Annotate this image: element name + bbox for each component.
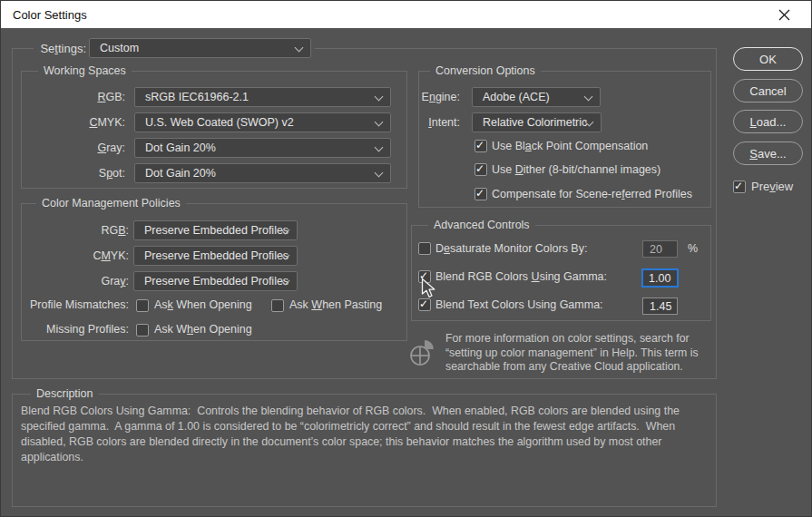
blend-rgb-gamma-label: Blend RGB Colors Using Gamma:: [435, 269, 607, 284]
blend-text-gamma-label: Blend Text Colors Using Gamma:: [435, 298, 603, 312]
gray-working-space-label: Gray:: [22, 138, 125, 158]
window-title: Color Settings: [13, 8, 87, 22]
conversion-options-title: Conversion Options: [430, 64, 541, 78]
ask-when-opening-missing-label: Ask When Opening: [154, 323, 252, 337]
conversion-options-group: Conversion Options Engine: Adobe (ACE) I…: [418, 71, 711, 208]
description-text: Blend RGB Colors Using Gamma: Controls t…: [21, 404, 710, 465]
settings-value: Custom: [100, 42, 139, 54]
percent-label: %: [688, 241, 698, 256]
engine-label: Engine:: [419, 87, 460, 107]
blend-text-gamma-checkbox[interactable]: ✓: [418, 298, 431, 311]
working-spaces-title: Working Spaces: [38, 64, 132, 78]
gray-policy-select[interactable]: Preserve Embedded Profiles: [133, 271, 298, 291]
ask-when-pasting-label: Ask When Pasting: [289, 298, 382, 312]
cmyk-working-space-label: CMYK:: [22, 112, 125, 132]
spot-working-space-label: Spot:: [22, 163, 125, 183]
color-settings-dialog: Color Settings Settings: Custom Working …: [0, 0, 812, 517]
profile-mismatches-label: Profile Mismatches:: [22, 298, 129, 312]
color-wheel-icon: [407, 337, 438, 368]
chevron-down-icon: [375, 118, 384, 127]
chevron-down-icon: [375, 143, 384, 152]
intent-label: Intent:: [419, 112, 460, 132]
color-management-policies-group: Color Management Policies RGB: Preserve …: [21, 203, 407, 341]
check-icon: ✓: [419, 298, 430, 309]
scene-referred-label: Compensate for Scene-referred Profiles: [492, 187, 692, 201]
blend-text-gamma-input[interactable]: 1.45: [642, 298, 678, 315]
rgb-policy-label: RGB:: [22, 220, 129, 240]
check-icon: ✓: [734, 180, 745, 191]
chevron-down-icon: [584, 93, 593, 102]
ask-when-opening-missing-checkbox[interactable]: ✓: [136, 324, 149, 337]
mouse-cursor: [421, 278, 436, 299]
chevron-down-icon: [295, 44, 304, 53]
ok-button[interactable]: OK: [733, 47, 803, 71]
save-button[interactable]: Save...: [733, 141, 803, 165]
check-icon: ✓: [475, 188, 486, 199]
policies-title: Color Management Policies: [36, 197, 186, 210]
working-spaces-group: Working Spaces RGB: sRGB IEC61966-2.1 CM…: [21, 71, 407, 189]
title-bar: Color Settings: [1, 1, 811, 28]
load-button[interactable]: Load...: [733, 110, 803, 133]
use-dither-label: Use Dither (8-bit/channel images): [492, 162, 660, 177]
engine-select[interactable]: Adobe (ACE): [472, 87, 601, 107]
gray-working-space-select[interactable]: Dot Gain 20%: [134, 138, 391, 158]
desaturate-percent-input[interactable]: 20: [642, 240, 678, 258]
preview-checkbox[interactable]: ✓: [733, 180, 746, 193]
use-dither-checkbox[interactable]: ✓: [474, 163, 487, 176]
cancel-button[interactable]: Cancel: [733, 79, 803, 102]
rgb-policy-select[interactable]: Preserve Embedded Profiles: [133, 220, 298, 240]
scene-referred-checkbox[interactable]: ✓: [474, 188, 487, 200]
cmyk-policy-label: CMYK:: [22, 246, 129, 266]
blend-rgb-gamma-input[interactable]: 1.00: [641, 268, 679, 288]
settings-select[interactable]: Custom: [89, 38, 311, 58]
close-button[interactable]: [764, 1, 804, 28]
description-title: Description: [31, 387, 99, 401]
rgb-working-space-label: RGB:: [22, 87, 125, 107]
desaturate-checkbox[interactable]: ✓: [418, 242, 431, 255]
settings-label: Settings:: [34, 42, 86, 55]
info-text: For more information on color settings, …: [445, 332, 714, 375]
black-point-compensation-label: Use Black Point Compensation: [492, 139, 648, 153]
rgb-working-space-select[interactable]: sRGB IEC61966-2.1: [134, 87, 391, 107]
chevron-down-icon: [375, 93, 384, 102]
cmyk-working-space-select[interactable]: U.S. Web Coated (SWOP) v2: [134, 112, 391, 132]
spot-working-space-select[interactable]: Dot Gain 20%: [134, 163, 391, 183]
ask-when-pasting-checkbox[interactable]: ✓: [271, 299, 284, 312]
chevron-down-icon: [375, 169, 384, 178]
preview-label: Preview: [751, 180, 793, 194]
ask-when-opening-mismatch-label: Ask When Opening: [154, 298, 252, 312]
close-icon: [778, 9, 790, 21]
check-icon: ✓: [475, 140, 486, 151]
settings-row: Settings: Custom: [34, 37, 315, 61]
gray-policy-label: Gray:: [22, 271, 129, 291]
description-group: Description Blend RGB Colors Using Gamma…: [12, 394, 717, 507]
ask-when-opening-mismatch-checkbox[interactable]: ✓: [136, 299, 149, 312]
cmyk-policy-select[interactable]: Preserve Embedded Profiles: [133, 246, 298, 266]
intent-select[interactable]: Relative Colorimetric: [472, 112, 602, 132]
black-point-compensation-checkbox[interactable]: ✓: [474, 140, 487, 152]
advanced-controls-title: Advanced Controls: [428, 219, 535, 232]
desaturate-label: Desaturate Monitor Colors By:: [435, 241, 587, 256]
missing-profiles-label: Missing Profiles:: [22, 323, 129, 337]
check-icon: ✓: [475, 163, 486, 174]
advanced-controls-group: Advanced Controls ✓ Desaturate Monitor C…: [411, 225, 711, 321]
